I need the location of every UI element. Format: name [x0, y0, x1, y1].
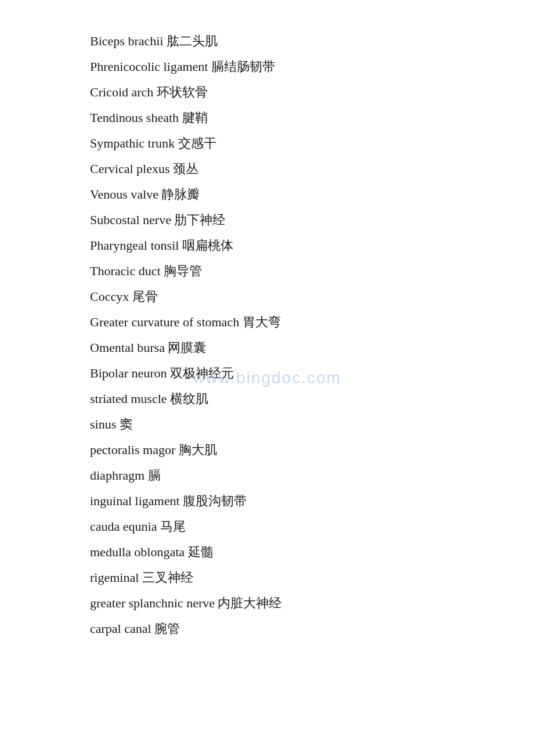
- term-item-3: Cricoid arch 环状软骨: [90, 86, 444, 99]
- term-item-16: sinus 窦: [90, 418, 444, 431]
- term-item-19: inguinal ligament 腹股沟韧带: [90, 495, 444, 507]
- term-item-17: pectoralis magor 胸大肌: [90, 444, 444, 456]
- term-item-15: striated muscle 横纹肌: [90, 393, 444, 405]
- term-item-2: Phrenicocolic ligament 膈结肠韧带: [90, 60, 444, 73]
- term-item-13: Omental bursa 网膜囊: [90, 341, 444, 354]
- main-content: Biceps brachii 肱二头肌Phrenicocolic ligamen…: [0, 0, 534, 683]
- term-item-1: Biceps brachii 肱二头肌: [90, 35, 444, 48]
- term-item-20: cauda equnia 马尾: [90, 520, 444, 533]
- term-item-4: Tendinous sheath 腱鞘: [90, 111, 444, 124]
- term-item-6: Cervical plexus 颈丛: [90, 163, 444, 175]
- term-item-11: Coccyx 尾骨: [90, 290, 444, 303]
- term-item-23: greater splanchnic nerve 内脏大神经: [90, 597, 444, 610]
- term-item-12: Greater curvature of stomach 胃大弯: [90, 316, 444, 329]
- term-item-24: carpal canal 腕管: [90, 622, 444, 635]
- term-item-14: Bipolar neuron 双极神经元: [90, 367, 444, 380]
- term-item-9: Pharyngeal tonsil 咽扁桃体: [90, 239, 444, 252]
- term-item-7: Venous valve 静脉瓣: [90, 188, 444, 201]
- term-item-10: Thoracic duct 胸导管: [90, 265, 444, 278]
- term-item-22: rigeminal 三叉神经: [90, 571, 444, 584]
- term-item-8: Subcostal nerve 肋下神经: [90, 214, 444, 226]
- term-item-21: medulla oblongata 延髓: [90, 546, 444, 559]
- term-item-18: diaphragm 膈: [90, 469, 444, 482]
- term-item-5: Sympathic trunk 交感干: [90, 137, 444, 150]
